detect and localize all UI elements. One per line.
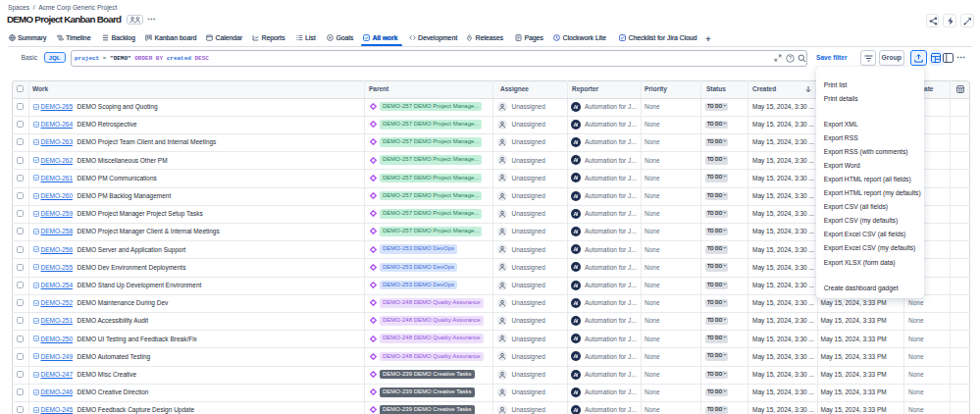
svg-text:?: ? — [789, 55, 792, 61]
